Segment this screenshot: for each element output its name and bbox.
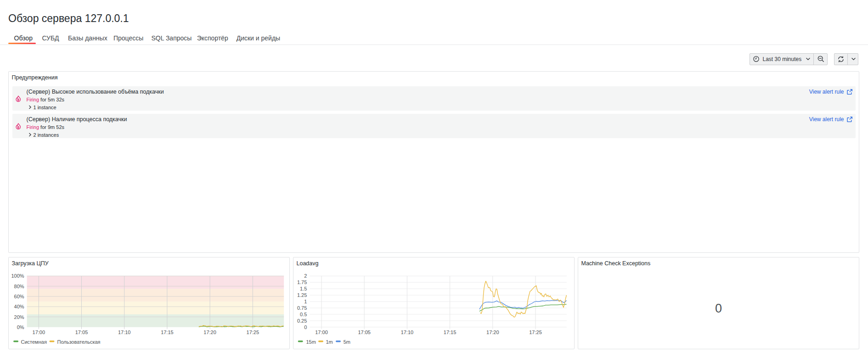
svg-text:2: 2	[304, 273, 307, 279]
svg-text:17:15: 17:15	[444, 330, 457, 335]
svg-text:17:00: 17:00	[33, 330, 45, 335]
svg-text:17:25: 17:25	[247, 330, 259, 335]
svg-text:80%: 80%	[14, 284, 24, 289]
svg-text:5m: 5m	[344, 339, 350, 345]
svg-text:0%: 0%	[17, 324, 24, 330]
svg-text:1m: 1m	[326, 339, 333, 345]
svg-text:0.5: 0.5	[300, 312, 307, 317]
svg-text:1.5: 1.5	[300, 286, 307, 291]
svg-text:17:20: 17:20	[486, 330, 499, 335]
svg-text:17:25: 17:25	[529, 330, 542, 335]
svg-text:1.25: 1.25	[297, 292, 307, 298]
svg-text:17:15: 17:15	[161, 330, 174, 335]
svg-text:0: 0	[304, 324, 307, 330]
svg-text:0.75: 0.75	[297, 305, 307, 311]
svg-text:40%: 40%	[14, 304, 24, 309]
svg-text:60%: 60%	[14, 294, 24, 299]
svg-text:17:10: 17:10	[401, 330, 414, 335]
svg-text:Пользовательская: Пользовательская	[57, 339, 101, 345]
svg-text:17:00: 17:00	[315, 330, 328, 335]
svg-text:Системная: Системная	[21, 339, 47, 345]
svg-text:17:05: 17:05	[358, 330, 371, 335]
svg-text:17:05: 17:05	[75, 330, 88, 335]
svg-text:15m: 15m	[306, 339, 316, 345]
svg-text:17:20: 17:20	[203, 330, 216, 335]
svg-text:0.25: 0.25	[297, 318, 307, 324]
svg-text:100%: 100%	[11, 273, 24, 279]
svg-text:20%: 20%	[14, 314, 24, 320]
svg-text:1.75: 1.75	[297, 279, 307, 285]
svg-text:1: 1	[304, 299, 307, 304]
svg-text:17:10: 17:10	[118, 330, 131, 335]
